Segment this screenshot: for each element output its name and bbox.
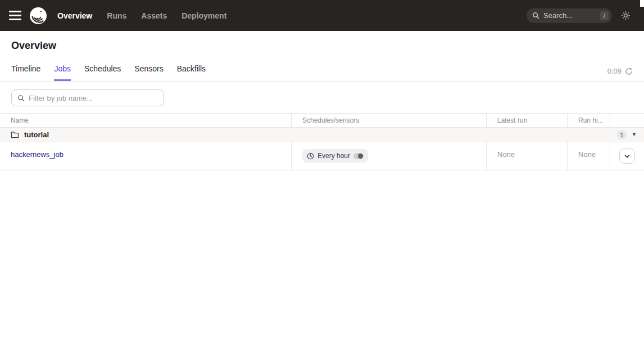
nav-item-runs[interactable]: Runs [107,11,126,20]
column-header-run-history: Run hi... [568,114,610,127]
latest-run-value: None [497,150,515,159]
column-header-name: Name [0,114,292,127]
repo-group-row-tutorial[interactable]: tutorial 1 ▼ [0,128,644,142]
job-table-row: hackernews_job Every hour None None [0,142,644,170]
clock-icon [307,152,314,160]
tab-backfills[interactable]: Backfills [177,60,206,81]
tab-timeline[interactable]: Timeline [11,60,40,81]
top-navbar: Overview Runs Assets Deployment Search..… [0,0,644,31]
job-filter-input[interactable] [29,94,158,102]
column-header-actions [610,114,644,127]
search-shortcut-key: / [600,11,609,20]
tab-sensors[interactable]: Sensors [134,60,163,81]
filter-row [0,82,644,113]
repo-group-name: tutorial [24,130,49,139]
row-expand-button[interactable] [619,148,635,164]
column-header-latest-run: Latest run [487,114,568,127]
page-header: Overview [0,31,644,52]
schedule-toggle-icon[interactable] [353,153,364,159]
chevron-down-icon [624,153,631,160]
refresh-area: 0:09 [607,67,633,81]
search-placeholder: Search... [543,11,600,20]
column-header-schedules: Schedules/sensors [292,114,487,127]
refresh-icon[interactable] [625,68,633,75]
navbar-right: Search... / [527,8,635,23]
job-link-hackernews-job[interactable]: hackernews_job [11,150,64,159]
schedule-chip-label: Every hour [318,152,350,160]
tab-bar: Timeline Jobs Schedules Sensors Backfill… [0,60,644,82]
latest-run-cell: None [487,142,568,170]
job-count-badge: 1 [617,130,627,140]
folder-icon [11,131,19,138]
jobs-table: Name Schedules/sensors Latest run Run hi… [0,113,644,170]
run-history-cell: None [568,142,610,170]
settings-gear-icon[interactable] [621,11,631,20]
dagster-logo[interactable] [29,7,47,25]
primary-nav: Overview Runs Assets Deployment [57,11,226,20]
filter-search-icon [17,94,25,102]
nav-item-overview[interactable]: Overview [57,11,92,20]
scrollbar-thumb[interactable] [640,0,644,7]
schedule-chip[interactable]: Every hour [302,149,368,163]
search-icon [532,12,539,19]
caret-down-icon[interactable]: ▼ [632,132,637,137]
run-history-value: None [578,150,596,159]
job-filter-field[interactable] [11,89,164,106]
job-schedules-cell: Every hour [292,142,487,170]
page-title: Overview [11,40,633,52]
tab-jobs[interactable]: Jobs [54,60,71,81]
tab-schedules[interactable]: Schedules [84,60,121,81]
job-name-cell: hackernews_job [0,142,292,170]
nav-item-deployment[interactable]: Deployment [182,11,226,20]
refresh-countdown: 0:09 [607,67,622,75]
global-search-input[interactable]: Search... / [527,8,612,23]
nav-item-assets[interactable]: Assets [141,11,167,20]
row-actions-cell [610,142,644,170]
hamburger-menu-icon[interactable] [9,11,21,20]
table-header-row: Name Schedules/sensors Latest run Run hi… [0,114,644,128]
